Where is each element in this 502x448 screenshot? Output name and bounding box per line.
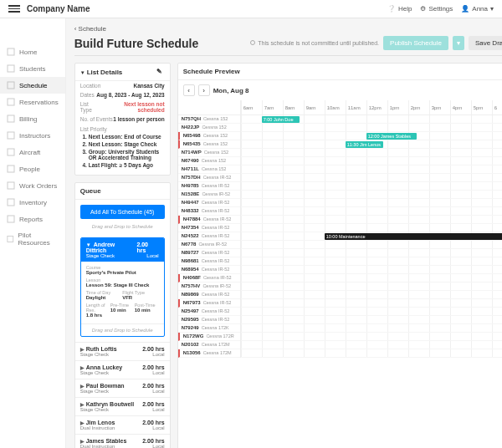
prev-day-button[interactable]: ‹ — [183, 84, 195, 96]
resource-row[interactable]: N98681Cessna IR-52 — [178, 257, 240, 266]
timeline-row[interactable] — [241, 182, 502, 191]
timeline-row[interactable] — [241, 124, 502, 132]
resource-row[interactable]: N6778Cessna IR-52 — [178, 241, 240, 249]
next-day-button[interactable]: › — [198, 84, 210, 96]
nav-schedule[interactable]: Schedule — [0, 77, 65, 94]
resource-row[interactable]: N20102Cessna 172M — [178, 341, 240, 349]
timeline-row[interactable] — [241, 174, 502, 182]
resource-row[interactable]: N4068FCessna IR-52 — [178, 274, 240, 283]
resource-row[interactable]: N67973Cessna IR-52 — [178, 299, 240, 308]
schedule-preview-panel: Schedule Preview ‹ › Mon, Aug 8 N757QHCe… — [177, 63, 502, 448]
resource-row[interactable]: N89869Cessna IR-52 — [178, 291, 240, 299]
edit-icon[interactable]: ✎ — [156, 68, 165, 76]
timeline-row[interactable] — [241, 341, 502, 349]
resource-row[interactable]: N68954Cessna IR-52 — [178, 266, 240, 274]
resource-row[interactable]: N422JPCessna 152 — [178, 124, 240, 132]
resource-row[interactable]: N172WGCessna 172R — [178, 333, 240, 341]
scheduled-event[interactable]: 7:00 John Doe — [262, 116, 300, 123]
svg-rect-1 — [8, 65, 14, 72]
resource-row[interactable]: N29595Cessna IR-52 — [178, 316, 240, 324]
nav-work-orders[interactable]: Work Orders — [0, 177, 65, 194]
timeline-row[interactable] — [241, 266, 502, 274]
timeline-row[interactable] — [241, 207, 502, 216]
resource-row[interactable]: N24522Cessna IR-52 — [178, 232, 240, 241]
resource-row[interactable]: N49447Cessna IR-52 — [178, 199, 240, 207]
nav-students[interactable]: Students — [0, 60, 65, 77]
priority-item: Next Lesson: Stage Check — [89, 141, 165, 148]
timeline-row[interactable] — [241, 241, 502, 249]
timeline-row[interactable]: 11:30 Jim Lenos — [241, 140, 502, 149]
svg-rect-2 — [8, 82, 14, 89]
timeline-row[interactable]: 10:00 Maintenance — [241, 232, 502, 241]
resource-row[interactable]: N65498Cessna 152 — [178, 132, 240, 140]
timeline-row[interactable] — [241, 157, 502, 165]
resource-row[interactable]: N714WPCessna 152 — [178, 149, 240, 157]
scheduled-event[interactable]: 12:00 James Stables — [366, 133, 417, 140]
resource-row[interactable]: N25497Cessna IR-52 — [178, 308, 240, 316]
timeline-row[interactable] — [241, 324, 502, 333]
breadcrumb[interactable]: ‹ Schedule — [74, 25, 502, 33]
resource-row[interactable]: N49785Cessna IR-52 — [178, 182, 240, 191]
timeline-row[interactable] — [241, 165, 502, 174]
nav-home[interactable]: Home — [0, 43, 65, 60]
add-all-button[interactable]: Add All To Schedule (45) — [80, 205, 165, 219]
timeline-row[interactable] — [241, 308, 502, 316]
timeline-row[interactable] — [241, 249, 502, 257]
timeline-row[interactable] — [241, 274, 502, 283]
scheduled-event[interactable]: 10:00 Maintenance — [325, 233, 502, 240]
publish-button[interactable]: Publish Schedule — [383, 36, 448, 50]
resource-row[interactable]: N65435Cessna 152 — [178, 140, 240, 149]
nav-pilot-resources[interactable]: Pilot Resources — [0, 227, 65, 251]
resource-row[interactable]: N89727Cessna IR-52 — [178, 249, 240, 257]
nav-aircraft[interactable]: Aircraft — [0, 144, 65, 160]
resource-row[interactable]: N4711LCessna 152 — [178, 165, 240, 174]
timeline-row[interactable] — [241, 224, 502, 232]
timeline-row[interactable] — [241, 316, 502, 324]
queue-item[interactable]: Jim Lenos2.00 hrsDual InstructionLocal — [75, 415, 170, 434]
timeline-row[interactable] — [241, 299, 502, 308]
user-menu[interactable]: 👤 Anna ▾ — [461, 5, 494, 13]
priority-item: Next Lesson: End of Course — [89, 134, 165, 140]
timeline-row[interactable] — [241, 283, 502, 291]
resource-row[interactable]: N1528ECessna IR-52 — [178, 191, 240, 199]
queue-item[interactable]: Paul Bowman2.00 hrsStage CheckLocal — [75, 379, 170, 397]
timeline-row[interactable] — [241, 349, 502, 358]
timeline-row[interactable] — [241, 257, 502, 266]
help-link[interactable]: ❔ Help — [387, 5, 412, 13]
resource-row[interactable]: N13056Cessna 172M — [178, 349, 240, 358]
timeline-row[interactable] — [241, 199, 502, 207]
nav-people[interactable]: People — [0, 160, 65, 177]
nav-instructors[interactable]: Instructors — [0, 127, 65, 144]
scheduled-event[interactable]: 11:30 Jim Lenos — [346, 141, 383, 148]
settings-link[interactable]: ⚙ Settings — [420, 5, 453, 13]
resource-row[interactable]: N47884Cessna IR-52 — [178, 216, 240, 224]
svg-rect-11 — [8, 237, 13, 242]
timeline-row[interactable] — [241, 191, 502, 199]
timeline-row[interactable] — [241, 216, 502, 224]
nav-billing[interactable]: Billing — [0, 110, 65, 127]
publish-dropdown[interactable]: ▾ — [453, 36, 464, 50]
timeline-row[interactable]: 12:00 James Stables — [241, 132, 502, 140]
timeline-row[interactable] — [241, 291, 502, 299]
svg-rect-9 — [8, 199, 14, 206]
resource-row[interactable]: N47354Cessna IR-52 — [178, 224, 240, 232]
resource-row[interactable]: N757QHCessna 152 — [178, 115, 240, 124]
queue-item[interactable]: Ruth Loftis2.00 hrsStage CheckLocal — [75, 342, 170, 360]
timeline-row[interactable] — [241, 333, 502, 341]
menu-icon[interactable] — [8, 3, 20, 15]
timeline-row[interactable]: 7:00 John Doe — [241, 115, 502, 124]
queue-item-expanded[interactable]: Andrew Dittrich2.00 hrs Stage CheckLocal… — [80, 237, 165, 337]
resource-row[interactable]: N757DHCessna IR-52 — [178, 174, 240, 182]
resource-row[interactable]: N79249Cessna 172K — [178, 324, 240, 333]
resource-row[interactable]: N757HVCessna IR-52 — [178, 283, 240, 291]
nav-reservations[interactable]: Reservations — [0, 94, 65, 110]
queue-item[interactable]: Kathryn Boutwell2.00 hrsStage CheckLocal — [75, 397, 170, 415]
resource-row[interactable]: N48332Cessna IR-52 — [178, 207, 240, 216]
resource-row[interactable]: N67490Cessna 152 — [178, 157, 240, 165]
queue-item[interactable]: James Stables2.00 hrsDual InstructionLoc… — [75, 434, 170, 448]
nav-inventory[interactable]: Inventory — [0, 194, 65, 211]
timeline-row[interactable] — [241, 149, 502, 157]
nav-reports[interactable]: Reports — [0, 211, 65, 227]
queue-item[interactable]: Anna Luckey2.00 hrsStage CheckLocal — [75, 360, 170, 379]
save-draft-button[interactable]: Save Draft — [469, 36, 502, 50]
